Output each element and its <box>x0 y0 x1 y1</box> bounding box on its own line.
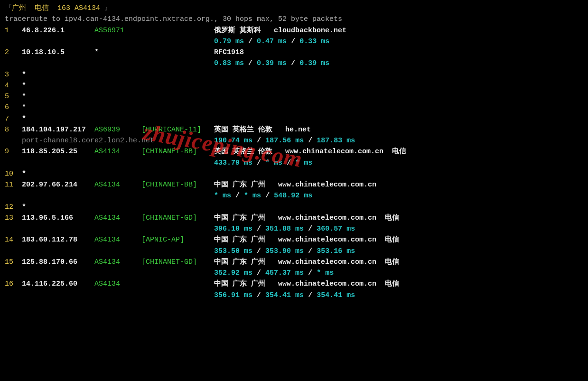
hop-ip: 10.18.10.5 <box>22 47 94 58</box>
hop-ip: 125.88.170.66 <box>22 257 94 268</box>
hop-netname <box>141 25 214 36</box>
hop-rtt: 0.79 ms <box>214 37 244 46</box>
hop-asn: AS4134 <box>94 146 141 157</box>
hop-rtt: 457.37 ms <box>265 269 304 277</box>
hop-number: 16 <box>5 279 22 289</box>
hop-number: 7 <box>5 113 22 124</box>
rtt-separator: / <box>304 137 317 145</box>
hop-netname: [APNIC-AP] <box>141 234 214 245</box>
hop-netname: [CHINANET-GD] <box>141 213 214 223</box>
hop-row: 2 10.18.10.5 * RFC1918 <box>5 47 583 58</box>
hop-row: 13 113.96.5.166 AS4134 [CHINANET-GD] 中国 … <box>5 213 583 223</box>
hop-number: 2 <box>5 47 22 58</box>
hop-ip: * <box>22 203 26 211</box>
hop-number: 15 <box>5 257 22 268</box>
rtt-separator: / <box>304 247 317 255</box>
hop-rtt: 353.50 ms <box>214 247 252 255</box>
hop-rtt-row: 356.91 ms / 354.41 ms / 354.41 ms <box>5 290 583 301</box>
hop-row: 4 * <box>5 80 583 91</box>
hop-ip: * <box>22 71 26 79</box>
hop-netname: [CHINANET-GD] <box>141 257 214 268</box>
hop-rtt: * ms <box>317 269 334 277</box>
hop-ip: * <box>22 93 26 101</box>
hop-number: 5 <box>5 91 22 102</box>
hop-rtt: 353.90 ms <box>265 247 304 255</box>
rtt-separator: / <box>244 59 257 67</box>
hop-asn: AS56971 <box>94 25 141 36</box>
hop-row: 8 184.104.197.217 AS6939 [HURRICANE-11] … <box>5 124 583 135</box>
hop-number: 11 <box>5 179 22 190</box>
hop-rtt: * ms <box>265 159 282 167</box>
hop-rtt-row: 396.10 ms / 351.88 ms / 360.57 ms <box>5 223 583 234</box>
hop-geo: 俄罗斯 莫斯科 cloudbackbone.net <box>214 27 346 35</box>
hop-rdns: port-channel8.core2.lon2.he.net <box>5 137 154 145</box>
hop-netname: [HURRICANE-11] <box>141 124 214 135</box>
rtt-separator: / <box>252 137 265 145</box>
hop-asn: AS4134 <box>94 257 141 268</box>
rtt-separator: / <box>252 225 265 233</box>
hop-row: 16 14.116.225.60 AS4134 中国 广东 广州 www.chi… <box>5 279 583 289</box>
hop-row: 7 * <box>5 113 583 124</box>
hop-number: 12 <box>5 202 22 213</box>
hop-number: 1 <box>5 25 22 36</box>
hop-netname: [CHINANET-BB] <box>141 179 214 190</box>
hop-rtt: 187.83 ms <box>317 137 355 145</box>
rtt-separator: / <box>252 247 265 255</box>
hop-row: 5 * <box>5 91 583 102</box>
hop-rtt-row: 433.79 ms / * ms / * ms <box>5 158 583 168</box>
rtt-separator: / <box>252 291 265 299</box>
hop-rtt: 354.41 ms <box>265 291 304 299</box>
hop-asn: AS4134 <box>94 279 141 289</box>
rtt-separator: / <box>304 291 317 299</box>
hop-number: 9 <box>5 146 22 157</box>
hop-asn: AS4134 <box>94 213 141 223</box>
hop-row: 1 46.8.226.1 AS56971 俄罗斯 莫斯科 cloudbackbo… <box>5 25 583 36</box>
hop-asn: * <box>94 47 141 58</box>
hop-rtt-row: 0.83 ms / 0.39 ms / 0.39 ms <box>5 58 583 69</box>
hop-rtt: 360.57 ms <box>317 225 355 233</box>
hop-row: 15 125.88.170.66 AS4134 [CHINANET-GD] 中国… <box>5 257 583 268</box>
hop-ip: * <box>22 82 26 90</box>
hop-rtt: 352.92 ms <box>214 269 252 277</box>
hop-ip: 202.97.66.214 <box>22 179 94 190</box>
hop-number: 3 <box>5 69 22 80</box>
hop-rtt: * ms <box>244 192 261 200</box>
hop-rtt: 0.39 ms <box>257 59 287 67</box>
hop-netname <box>141 47 214 58</box>
rtt-separator: / <box>252 159 265 167</box>
hop-number: 6 <box>5 102 22 113</box>
hop-row: 3 * <box>5 69 583 80</box>
hop-rtt: * ms <box>295 159 312 167</box>
hop-geo: 中国 广东 广州 www.chinatelecom.com.cn 电信 <box>214 280 399 288</box>
rtt-separator: / <box>304 225 317 233</box>
hop-rtt: 396.10 ms <box>214 225 252 233</box>
hop-geo: 英国 英格兰 伦敦 he.net <box>214 126 311 134</box>
hop-rtt-row: * ms / * ms / 548.92 ms <box>5 190 583 201</box>
hop-row: 11 202.97.66.214 AS4134 [CHINANET-BB] 中国… <box>5 179 583 190</box>
rtt-separator: / <box>282 159 295 167</box>
route-header: 『广州 电信 163 AS4134 』 <box>5 3 583 14</box>
hop-rtt-row: 0.79 ms / 0.47 ms / 0.33 ms <box>5 36 583 47</box>
hop-row: 14 183.60.112.78 AS4134 [APNIC-AP] 中国 广东… <box>5 234 583 245</box>
hop-ip: 46.8.226.1 <box>22 25 94 36</box>
hop-asn: AS4134 <box>94 234 141 245</box>
hop-geo: 英国 英格兰 伦敦 www.chinatelecom.com.cn 电信 <box>214 148 406 156</box>
hop-rtt: 548.92 ms <box>274 192 312 200</box>
rtt-separator: / <box>287 59 299 67</box>
hop-asn: AS4134 <box>94 179 141 190</box>
hop-rtt-row: 353.50 ms / 353.90 ms / 353.16 ms <box>5 246 583 257</box>
hop-rtt: 433.79 ms <box>214 159 252 167</box>
hop-rtt-row: 352.92 ms / 457.37 ms / * ms <box>5 268 583 279</box>
rtt-separator: / <box>261 192 274 200</box>
hop-asn: AS6939 <box>94 124 141 135</box>
rtt-separator: / <box>231 192 244 200</box>
hop-ip: 14.116.225.60 <box>22 279 94 289</box>
hop-number: 14 <box>5 234 22 245</box>
hop-ip: * <box>22 115 26 123</box>
hop-number: 13 <box>5 213 22 223</box>
hop-geo: 中国 广东 广州 www.chinatelecom.com.cn <box>214 181 376 189</box>
hop-rtt: 354.41 ms <box>317 291 355 299</box>
hop-rtt: 356.91 ms <box>214 291 252 299</box>
hop-rtt: 190.74 ms <box>214 137 252 145</box>
rtt-separator: / <box>304 269 317 277</box>
